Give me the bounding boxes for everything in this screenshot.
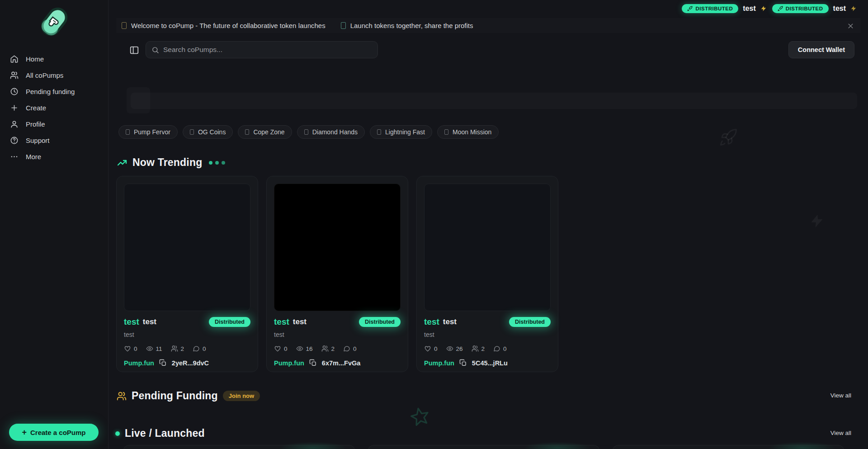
join-now-badge[interactable]: Join now: [223, 391, 260, 401]
comments-count: 0: [503, 345, 507, 352]
tag-chip-label: Cope Zone: [253, 128, 284, 136]
hero-placeholder: [131, 93, 857, 109]
heart-icon: [124, 345, 131, 352]
sidebar-item-support[interactable]: Support: [0, 132, 108, 148]
sidebar-item-label: All coPumps: [26, 71, 63, 79]
connect-wallet-button[interactable]: Connect Wallet: [788, 41, 854, 58]
eye-icon: [146, 345, 153, 352]
ellipsis-icon: [10, 152, 19, 161]
sidebar-item-label: More: [26, 153, 41, 161]
badge-glow: [768, 442, 836, 449]
token-ticker: test: [274, 317, 289, 327]
tag-emoji-icon: [190, 129, 194, 135]
tag-emoji-icon: [126, 129, 130, 135]
token-ticker: test: [124, 317, 139, 327]
token-description: test: [274, 331, 401, 338]
distributed-badge: DISTRIBUTED: [772, 4, 829, 13]
help-circle-icon: [10, 136, 19, 145]
sidebar-item-label: Pending funding: [26, 88, 75, 95]
bolt-icon: [760, 5, 767, 12]
tag-emoji-icon: [377, 129, 381, 135]
views-count: 11: [156, 345, 162, 352]
token-stats: 0 26 2 0: [424, 345, 551, 352]
token-card[interactable]: [123, 445, 355, 449]
pending-view-all-link[interactable]: View all: [830, 392, 851, 399]
live-launched-header: Live / Launched: [115, 427, 205, 440]
sidebar-item-profile[interactable]: Profile: [0, 116, 108, 132]
rocket-icon: [687, 6, 693, 11]
token-card[interactable]: [612, 445, 844, 449]
sidebar-item-home[interactable]: Home: [0, 51, 108, 67]
comments-count: 0: [353, 345, 357, 352]
members-icon: [472, 345, 479, 352]
token-address: 6x7m...FvGa: [322, 359, 360, 367]
live-view-all-link[interactable]: View all: [830, 430, 851, 436]
sidebar-item-create[interactable]: Create: [0, 99, 108, 116]
tag-chip[interactable]: Cope Zone: [238, 125, 292, 139]
tag-chip-label: Lightning Fast: [385, 128, 425, 136]
distributed-notification: DISTRIBUTED test: [682, 4, 766, 13]
views-count: 26: [456, 345, 463, 352]
sidebar-item-pending-funding[interactable]: Pending funding: [0, 83, 108, 99]
pending-funding-header: Pending Funding Join now: [117, 390, 260, 402]
sidebar-item-more[interactable]: More: [0, 148, 108, 165]
copy-icon[interactable]: [459, 359, 467, 367]
heart-icon: [424, 345, 431, 352]
status-badge: Distributed: [509, 317, 551, 327]
platform-link[interactable]: Pump.fun: [424, 359, 454, 367]
tag-chip[interactable]: Pump Fervor: [118, 125, 178, 139]
eye-icon: [446, 345, 453, 352]
clock-icon: [10, 87, 19, 96]
bolt-icon: [850, 5, 857, 12]
home-icon: [10, 55, 19, 63]
copy-icon[interactable]: [309, 359, 317, 367]
token-stats: 0 11 2 0: [124, 345, 250, 352]
token-card[interactable]: test test Distributed test 0 26 2 0 Pump…: [416, 176, 558, 372]
token-address: 2yeR...9dvC: [172, 359, 209, 367]
tag-chip[interactable]: Moon Mission: [437, 125, 499, 139]
tag-chip[interactable]: Diamond Hands: [297, 125, 365, 139]
sidebar-item-all-copumps[interactable]: All coPumps: [0, 67, 108, 83]
token-description: test: [124, 331, 250, 338]
copump-logo-icon[interactable]: [39, 5, 70, 38]
heart-icon: [274, 345, 281, 352]
platform-link[interactable]: Pump.fun: [124, 359, 154, 367]
trending-cards: test test Distributed test 0 11 2 0 Pump…: [116, 176, 558, 372]
status-badges: DISTRIBUTED test DISTRIBUTED test: [682, 4, 857, 13]
search-input[interactable]: [163, 46, 372, 54]
token-card[interactable]: [368, 445, 600, 449]
distributed-badge: DISTRIBUTED: [682, 4, 738, 13]
comments-icon: [193, 345, 200, 352]
distributed-notification: DISTRIBUTED test: [772, 4, 857, 13]
close-icon[interactable]: [846, 22, 854, 30]
user-icon: [10, 120, 19, 128]
members-icon: [171, 345, 178, 352]
trending-dots: [209, 161, 225, 165]
views-count: 16: [306, 345, 313, 352]
tag-chip[interactable]: Lightning Fast: [370, 125, 432, 139]
token-image: [124, 184, 250, 311]
badge-glow: [524, 442, 591, 449]
tag-chip-label: Moon Mission: [453, 128, 491, 136]
members-count: 2: [331, 345, 335, 352]
eye-icon: [296, 345, 303, 352]
tag-chip[interactable]: OG Coins: [183, 125, 233, 139]
tag-filter-row: Pump Fervor OG Coins Cope Zone Diamond H…: [118, 125, 499, 139]
tag-chip-label: OG Coins: [198, 128, 226, 136]
token-name: test: [443, 317, 457, 326]
comments-icon: [493, 345, 500, 352]
badge-username: test: [833, 5, 846, 13]
token-card[interactable]: test test Distributed test 0 11 2 0 Pump…: [116, 176, 258, 372]
likes-count: 0: [134, 345, 137, 352]
copy-icon[interactable]: [159, 359, 167, 367]
token-card[interactable]: test test Distributed test 0 16 2 0 Pump…: [266, 176, 408, 372]
members-count: 2: [181, 345, 184, 352]
sidebar-toggle-button[interactable]: [129, 45, 139, 55]
users-icon: [10, 71, 19, 80]
token-stats: 0 16 2 0: [274, 345, 401, 352]
platform-link[interactable]: Pump.fun: [274, 359, 304, 367]
likes-count: 0: [434, 345, 438, 352]
create-copump-button[interactable]: + Create a coPump: [9, 424, 99, 441]
badge-glow: [279, 442, 347, 449]
comments-icon: [343, 345, 350, 352]
